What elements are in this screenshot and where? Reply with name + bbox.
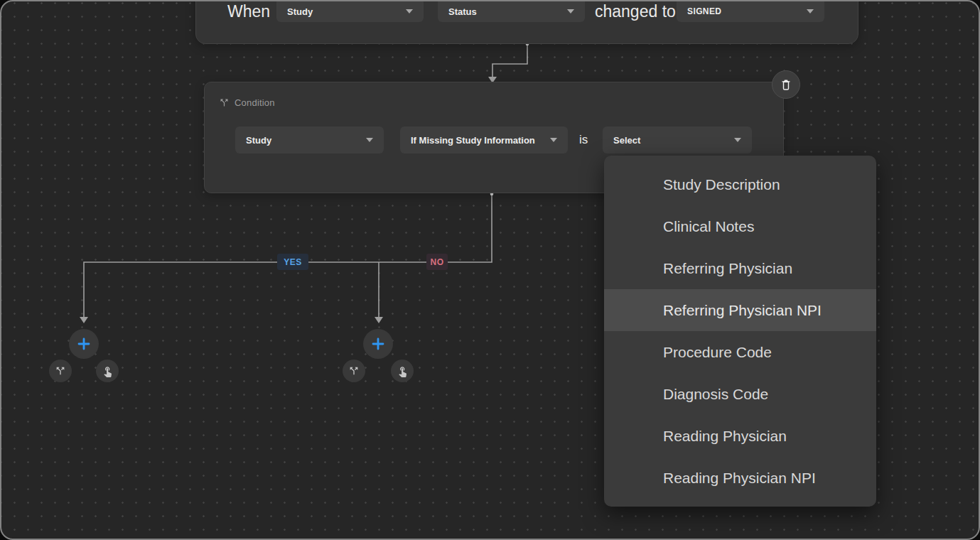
touch-tap-icon <box>397 365 409 377</box>
condition-rule-value: If Missing Study Information <box>411 135 535 146</box>
plus-icon <box>75 335 92 352</box>
flow-canvas[interactable]: When Study Status changed to SIGNED Cond… <box>0 0 980 540</box>
arrowhead-yes-branch <box>80 317 88 323</box>
menu-item-reading-physician[interactable]: Reading Physician <box>604 415 876 457</box>
trigger-value: SIGNED <box>687 6 721 16</box>
condition-entity-dropdown[interactable]: Study <box>235 126 384 153</box>
add-action-button-no[interactable] <box>391 360 414 382</box>
add-node-button-yes[interactable] <box>69 329 99 359</box>
condition-value: Select <box>613 135 640 146</box>
menu-item-referring-physician[interactable]: Referring Physician <box>604 247 876 289</box>
delete-node-button[interactable] <box>772 70 800 99</box>
menu-item-diagnosis-code[interactable]: Diagnosis Code <box>604 373 876 415</box>
edge-trigger-to-condition <box>492 43 527 77</box>
touch-tap-icon <box>102 365 114 377</box>
trigger-field-value: Status <box>448 6 477 17</box>
when-label: When <box>227 2 270 21</box>
branch-split-icon <box>348 365 360 377</box>
add-node-button-no[interactable] <box>363 329 393 359</box>
menu-item-procedure-code[interactable]: Procedure Code <box>604 331 876 373</box>
condition-node-header: Condition <box>219 97 275 108</box>
plus-icon <box>370 335 387 352</box>
chevron-down-icon <box>366 138 373 142</box>
trigger-node: When Study Status changed to SIGNED <box>195 0 858 44</box>
menu-item-referring-physician-npi[interactable]: Referring Physician NPI <box>604 289 876 331</box>
trigger-entity-value: Study <box>287 6 313 17</box>
condition-rule-dropdown[interactable]: If Missing Study Information <box>400 126 568 153</box>
condition-node-title: Condition <box>235 97 275 108</box>
add-condition-button-yes[interactable] <box>49 360 72 382</box>
menu-item-clinical-notes[interactable]: Clinical Notes <box>604 205 876 247</box>
field-options-menu: Study Description Clinical Notes Referri… <box>604 156 876 507</box>
condition-value-dropdown[interactable]: Select <box>603 126 752 153</box>
branch-split-icon <box>219 97 230 108</box>
trigger-value-dropdown[interactable]: SIGNED <box>677 0 824 22</box>
operator-label: is <box>579 133 588 147</box>
menu-item-study-description[interactable]: Study Description <box>604 163 876 205</box>
chevron-down-icon <box>550 138 557 142</box>
chevron-down-icon <box>406 9 413 14</box>
trigger-entity-dropdown[interactable]: Study <box>276 0 424 22</box>
branch-split-icon <box>55 365 66 377</box>
trigger-field-dropdown[interactable]: Status <box>438 0 585 22</box>
chevron-down-icon <box>807 9 814 14</box>
trash-icon <box>779 77 793 92</box>
chevron-down-icon <box>567 9 574 14</box>
add-action-button-yes[interactable] <box>96 360 119 382</box>
edge-label-yes: YES <box>277 254 308 270</box>
chevron-down-icon <box>734 138 741 142</box>
menu-item-reading-physician-npi[interactable]: Reading Physician NPI <box>604 457 876 499</box>
condition-entity-value: Study <box>246 135 271 146</box>
changed-to-label: changed to <box>595 2 676 21</box>
arrowhead-no-branch <box>375 317 383 323</box>
add-condition-button-no[interactable] <box>343 360 365 382</box>
edge-label-no: NO <box>426 254 448 270</box>
